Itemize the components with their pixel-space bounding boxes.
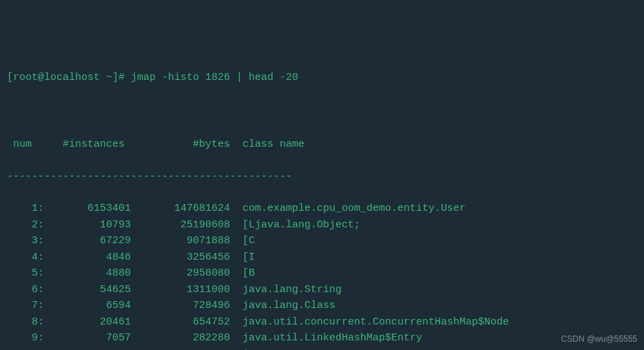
table-row: 6: 54625 1311000 java.lang.String — [7, 282, 637, 298]
command-prompt-line: [root@localhost ~]# jmap -histo 1826 | h… — [7, 70, 637, 85]
divider-line: ----------------------------------------… — [7, 169, 637, 185]
watermark: CSDN @wu@55555 — [561, 333, 637, 346]
table-row: 3: 67229 9071888 [C — [7, 233, 637, 249]
table-row: 4: 4846 3256456 [I — [7, 249, 637, 266]
table-row: 10: 4368 279552 java.net.URL — [7, 347, 637, 351]
table-body: 1: 6153401 147681624 com.example.cpu_oom… — [7, 200, 637, 350]
shell-prompt: [root@localhost ~]# — [7, 72, 125, 83]
table-row: 1: 6153401 147681624 com.example.cpu_oom… — [7, 200, 637, 217]
blank-line — [7, 105, 637, 121]
table-row: 2: 10793 25190608 [Ljava.lang.Object; — [7, 217, 637, 234]
table-row: 8: 20461 654752 java.util.concurrent.Con… — [7, 314, 637, 331]
shell-command: jmap -histo 1826 | head -20 — [131, 72, 298, 83]
table-row: 7: 6594 728496 java.lang.Class — [7, 298, 637, 314]
table-header: num #instances #bytes class name — [7, 136, 637, 152]
table-row: 9: 7057 282280 java.util.LinkedHashMap$E… — [7, 330, 637, 347]
table-row: 5: 4880 2958080 [B — [7, 265, 637, 282]
